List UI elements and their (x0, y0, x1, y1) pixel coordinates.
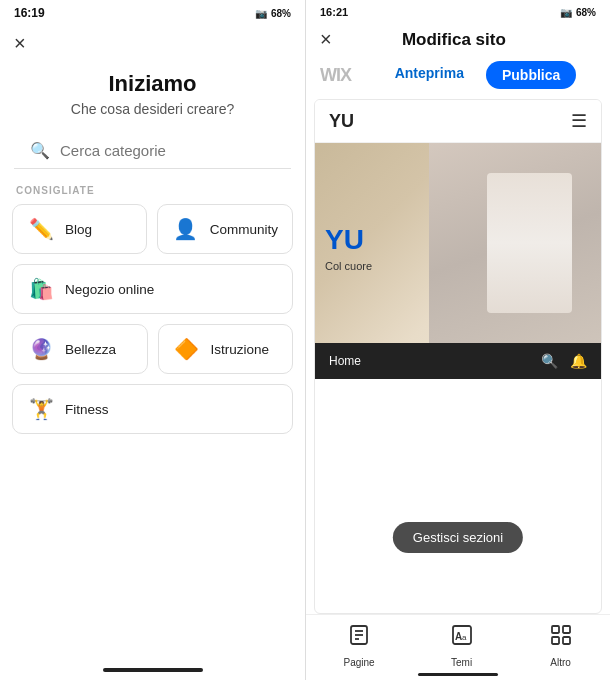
signal-icon: 📷 (255, 8, 267, 19)
categories-grid: ✏️ Blog 👤 Community 🛍️ Negozio online 🔮 … (0, 204, 305, 434)
preview-nav-bottom: Home 🔍 🔔 (315, 343, 601, 379)
category-negozio[interactable]: 🛍️ Negozio online (12, 264, 293, 314)
bellezza-label: Bellezza (65, 342, 116, 357)
community-label: Community (210, 222, 278, 237)
time-right: 16:21 (320, 6, 348, 18)
svg-text:a: a (462, 633, 467, 642)
category-fitness[interactable]: 🏋️ Fitness (12, 384, 293, 434)
status-bar-right: 16:21 📷 68% (306, 0, 610, 22)
toolbar-pagine[interactable]: Pagine (343, 623, 374, 668)
cat-row-3: 🔮 Bellezza 🔶 Istruzione (12, 324, 293, 374)
toolbar-temi[interactable]: A a Temi (450, 623, 474, 668)
preview-hero: YU Col cuore (315, 143, 601, 343)
preview-nav-icons: 🔍 🔔 (541, 353, 587, 369)
istruzione-icon: 🔶 (173, 337, 201, 361)
negozio-icon: 🛍️ (27, 277, 55, 301)
signal-icon-right: 📷 (560, 7, 572, 18)
close-btn-right[interactable]: × (320, 28, 332, 51)
battery-icon: 68% (271, 8, 291, 19)
right-topbar: × Modifica sito (306, 22, 610, 61)
temi-icon: A a (450, 623, 474, 653)
fitness-icon: 🏋️ (27, 397, 55, 421)
community-icon: 👤 (172, 217, 200, 241)
blog-icon: ✏️ (27, 217, 55, 241)
battery-icon-right: 68% (576, 7, 596, 18)
preview-logo: YU (329, 111, 354, 132)
istruzione-label: Istruzione (211, 342, 270, 357)
tab-pubblica[interactable]: Pubblica (486, 61, 576, 89)
close-icon-left[interactable]: × (14, 32, 26, 54)
hamburger-icon[interactable]: ☰ (571, 110, 587, 132)
svg-rect-7 (552, 626, 559, 633)
category-community[interactable]: 👤 Community (157, 204, 293, 254)
blog-label: Blog (65, 222, 92, 237)
search-icon: 🔍 (30, 141, 50, 160)
svg-rect-10 (563, 637, 570, 644)
page-subtitle-left: Che cosa desideri creare? (20, 101, 285, 117)
tab-anteprima[interactable]: Anteprima (387, 61, 472, 89)
pagine-icon (347, 623, 371, 653)
category-blog[interactable]: ✏️ Blog (12, 204, 147, 254)
page-title-right: Modifica sito (402, 30, 506, 50)
left-panel: 16:19 📷 68% × Iniziamo Che cosa desideri… (0, 0, 305, 680)
bottom-toolbar: Pagine A a Temi Altro (306, 614, 610, 680)
toolbar-altro[interactable]: Altro (549, 623, 573, 668)
svg-rect-9 (552, 637, 559, 644)
gestisci-label: Gestisci sezioni (413, 530, 503, 545)
category-istruzione[interactable]: 🔶 Istruzione (158, 324, 294, 374)
fitness-label: Fitness (65, 402, 109, 417)
search-input[interactable] (60, 142, 275, 159)
cat-row-2: 🛍️ Negozio online (12, 264, 293, 314)
left-header: Iniziamo Che cosa desideri creare? (0, 63, 305, 133)
home-indicator-left (103, 668, 203, 672)
altro-label: Altro (550, 657, 571, 668)
pagine-label: Pagine (343, 657, 374, 668)
status-bar-left: 16:19 📷 68% (0, 0, 305, 24)
hero-subtitle: Col cuore (325, 260, 372, 272)
editor-nav: WIX Anteprima Pubblica (306, 61, 610, 99)
wix-logo: WIX (320, 65, 351, 86)
svg-rect-8 (563, 626, 570, 633)
gestisci-button[interactable]: Gestisci sezioni (393, 522, 523, 553)
cat-row-4: 🏋️ Fitness (12, 384, 293, 434)
bellezza-icon: 🔮 (27, 337, 55, 361)
section-label: CONSIGLIATE (0, 169, 305, 204)
altro-icon (549, 623, 573, 653)
status-icons-right: 📷 68% (560, 7, 596, 18)
hero-yu-text: YU (325, 224, 372, 256)
negozio-label: Negozio online (65, 282, 154, 297)
page-title-left: Iniziamo (20, 71, 285, 97)
temi-label: Temi (451, 657, 472, 668)
home-indicator-right (418, 673, 498, 676)
nav-tabs: Anteprima Pubblica (367, 61, 596, 89)
preview-header: YU ☰ (315, 100, 601, 143)
bell-icon-preview: 🔔 (570, 353, 587, 369)
preview-container: YU ☰ YU Col cuore Home 🔍 🔔 Gest (314, 99, 602, 614)
status-icons-left: 📷 68% (255, 8, 291, 19)
close-btn-left[interactable]: × (0, 24, 305, 63)
right-panel: 16:21 📷 68% × Modifica sito WIX Anteprim… (305, 0, 610, 680)
hero-jacket (487, 173, 573, 313)
search-icon-preview: 🔍 (541, 353, 558, 369)
category-bellezza[interactable]: 🔮 Bellezza (12, 324, 148, 374)
time-left: 16:19 (14, 6, 45, 20)
cat-row-1: ✏️ Blog 👤 Community (12, 204, 293, 254)
search-bar[interactable]: 🔍 (14, 133, 291, 169)
preview-home-label: Home (329, 354, 361, 368)
hero-text-overlay: YU Col cuore (325, 224, 372, 272)
